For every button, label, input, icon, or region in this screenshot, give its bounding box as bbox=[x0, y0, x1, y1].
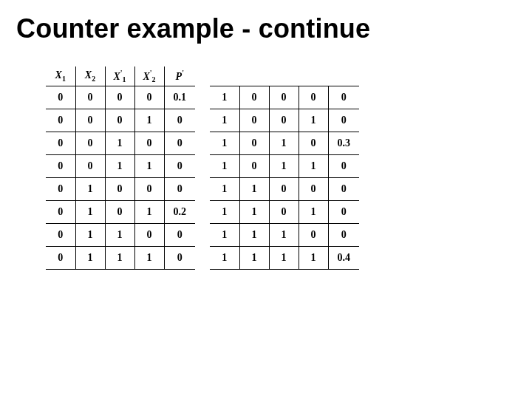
cell: 1 bbox=[210, 200, 239, 223]
cell: 1 bbox=[299, 200, 328, 223]
table-row: 00010 bbox=[46, 109, 195, 132]
header-pprime: P' bbox=[164, 66, 195, 86]
cell: 0 bbox=[75, 132, 105, 154]
cell: 0 bbox=[328, 86, 359, 109]
cell: 0 bbox=[46, 177, 75, 200]
cell: 1 bbox=[239, 177, 269, 200]
cell: 1 bbox=[269, 154, 299, 177]
cell: 0 bbox=[46, 154, 75, 177]
cell: 0 bbox=[239, 154, 269, 177]
table-row: 01100 bbox=[46, 223, 195, 246]
cell: 0 bbox=[46, 109, 75, 132]
cell: 0 bbox=[164, 109, 195, 132]
cell: 0 bbox=[269, 177, 299, 200]
cell: 0 bbox=[105, 177, 134, 200]
cell: 1 bbox=[134, 246, 164, 269]
cell: 0 bbox=[239, 132, 269, 154]
cell: 0 bbox=[269, 109, 299, 132]
cell: 0.2 bbox=[164, 200, 195, 223]
left-table: X1 X2 X'1 X'2 P' 00000.1 00010 00100 001… bbox=[46, 66, 195, 270]
cell: 0.1 bbox=[164, 86, 195, 109]
table-row: 10100.3 bbox=[210, 132, 359, 154]
cell: 1 bbox=[75, 177, 105, 200]
cell: 0 bbox=[134, 223, 164, 246]
table-row: 11110.4 bbox=[210, 246, 359, 269]
table-row: 00110 bbox=[46, 154, 195, 177]
cell: 1 bbox=[134, 109, 164, 132]
cell: 1 bbox=[134, 154, 164, 177]
page-title: Counter example - continue bbox=[16, 13, 516, 44]
cell: 1 bbox=[299, 246, 328, 269]
cell: 0 bbox=[46, 223, 75, 246]
cell: 1 bbox=[105, 246, 134, 269]
cell: 0 bbox=[328, 177, 359, 200]
cell: 0 bbox=[239, 109, 269, 132]
cell: 0 bbox=[105, 109, 134, 132]
cell: 0 bbox=[328, 109, 359, 132]
cell: 0 bbox=[299, 177, 328, 200]
table-row: 00100 bbox=[46, 132, 195, 154]
cell: 1 bbox=[239, 223, 269, 246]
cell: 0 bbox=[299, 132, 328, 154]
cell: 1 bbox=[239, 200, 269, 223]
cell: 0 bbox=[164, 154, 195, 177]
cell: 1 bbox=[105, 223, 134, 246]
cell: 0 bbox=[105, 200, 134, 223]
cell: 1 bbox=[210, 132, 239, 154]
header-x1prime: X'1 bbox=[105, 66, 134, 86]
right-table: 10000 10010 10100.3 10110 11000 11010 11… bbox=[210, 86, 359, 270]
cell: 0 bbox=[46, 86, 75, 109]
cell: 0 bbox=[75, 109, 105, 132]
cell: 1 bbox=[269, 132, 299, 154]
cell: 0 bbox=[164, 223, 195, 246]
table-row: 00000.1 bbox=[46, 86, 195, 109]
cell: 0 bbox=[164, 246, 195, 269]
cell: 0 bbox=[134, 177, 164, 200]
cell: 0 bbox=[269, 200, 299, 223]
cell: 1 bbox=[210, 246, 239, 269]
table-row: 01000 bbox=[46, 177, 195, 200]
slide: Counter example - continue X1 X2 X'1 X'2… bbox=[0, 0, 532, 399]
cell: 0 bbox=[328, 200, 359, 223]
cell: 0 bbox=[75, 154, 105, 177]
cell: 1 bbox=[210, 109, 239, 132]
cell: 1 bbox=[105, 154, 134, 177]
cell: 0 bbox=[328, 154, 359, 177]
table-row: 01110 bbox=[46, 246, 195, 269]
header-x2: X2 bbox=[75, 66, 105, 86]
cell: 1 bbox=[299, 154, 328, 177]
cell: 0 bbox=[299, 86, 328, 109]
cell: 1 bbox=[134, 200, 164, 223]
cell: 1 bbox=[210, 223, 239, 246]
cell: 1 bbox=[75, 223, 105, 246]
cell: 0 bbox=[164, 177, 195, 200]
cell: 1 bbox=[210, 177, 239, 200]
cell: 0 bbox=[299, 223, 328, 246]
cell: 1 bbox=[299, 109, 328, 132]
cell: 0 bbox=[75, 86, 105, 109]
cell: 1 bbox=[105, 132, 134, 154]
table-row: 11100 bbox=[210, 223, 359, 246]
cell: 1 bbox=[210, 154, 239, 177]
table-row: 11010 bbox=[210, 200, 359, 223]
cell: 1 bbox=[269, 246, 299, 269]
header-x2prime: X'2 bbox=[134, 66, 164, 86]
cell: 0 bbox=[105, 86, 134, 109]
cell: 0.4 bbox=[328, 246, 359, 269]
table-row: 10110 bbox=[210, 154, 359, 177]
cell: 1 bbox=[239, 246, 269, 269]
cell: 0.3 bbox=[328, 132, 359, 154]
table-row: 11000 bbox=[210, 177, 359, 200]
cell: 1 bbox=[75, 246, 105, 269]
tables-wrapper: X1 X2 X'1 X'2 P' 00000.1 00010 00100 001… bbox=[46, 66, 516, 270]
cell: 1 bbox=[75, 200, 105, 223]
table-header-row: X1 X2 X'1 X'2 P' bbox=[46, 66, 195, 86]
header-x1: X1 bbox=[46, 66, 75, 86]
cell: 0 bbox=[46, 132, 75, 154]
cell: 0 bbox=[164, 132, 195, 154]
cell: 1 bbox=[210, 86, 239, 109]
cell: 1 bbox=[269, 223, 299, 246]
cell: 0 bbox=[269, 86, 299, 109]
cell: 0 bbox=[134, 86, 164, 109]
table-row: 10010 bbox=[210, 109, 359, 132]
